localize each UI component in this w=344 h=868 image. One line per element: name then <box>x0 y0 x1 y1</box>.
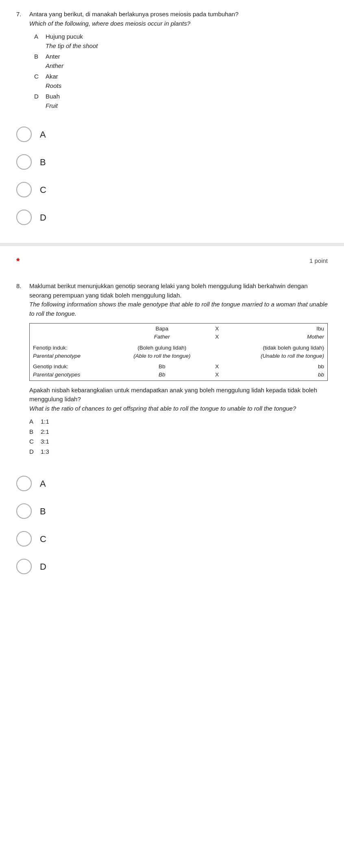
radio-7-c-row[interactable]: C <box>16 179 328 200</box>
radio-7-d[interactable] <box>16 210 32 225</box>
option-8-d: D 1:3 <box>29 447 328 457</box>
radio-8-d-row[interactable]: D <box>16 556 328 577</box>
question-8-header: 8. Maklumat berikut menunjukkan genotip … <box>16 282 328 457</box>
radio-7-b[interactable] <box>16 154 32 170</box>
radio-7-d-row[interactable]: D <box>16 207 328 227</box>
question-8-options: A 1:1 B 2:1 C 3:1 D 1:3 <box>29 417 328 456</box>
radio-8-d-label: D <box>40 560 46 573</box>
question-7-italic-text: Which of the following, where does meios… <box>29 20 190 27</box>
option-8-b: B 2:1 <box>29 427 328 437</box>
radio-7-c[interactable] <box>16 182 32 197</box>
question-7-header: 7. Antara yang berikut, di manakah berla… <box>16 10 328 28</box>
question-8-number: 8. <box>16 282 25 457</box>
radio-7-a-label: A <box>40 128 46 141</box>
radio-7-b-row[interactable]: B <box>16 152 328 172</box>
radio-7-a-row[interactable]: A <box>16 124 328 144</box>
option-8-c: C 3:1 <box>29 437 328 446</box>
option-8-a: A 1:1 <box>29 417 328 426</box>
radio-8-b-row[interactable]: B <box>16 501 328 521</box>
radio-8-d[interactable] <box>16 559 32 574</box>
radio-7-b-label: B <box>40 155 46 169</box>
question-8-section: 8. Maklumat berikut menunjukkan genotip … <box>0 272 344 469</box>
radio-8-b[interactable] <box>16 503 32 519</box>
option-7-c: C Akar Roots <box>34 72 328 90</box>
radio-7-c-label: C <box>40 183 46 197</box>
question-7-section: 7. Antara yang berikut, di manakah berla… <box>0 0 344 120</box>
option-7-d-content: Buah Fruit <box>46 92 60 110</box>
radio-8-a[interactable] <box>16 476 32 491</box>
question-8-text: Maklumat berikut menunjukkan genotip seo… <box>29 282 328 457</box>
option-7-b: B Anter Anther <box>34 52 328 70</box>
points-label: 1 point <box>309 256 328 266</box>
radio-8-c-row[interactable]: C <box>16 529 328 549</box>
radio-7-a[interactable] <box>16 127 32 142</box>
radio-7-d-label: D <box>40 211 46 224</box>
genetics-table-wrapper: Bapa Father X X Ibu Mother <box>29 323 328 381</box>
option-7-d: D Buah Fruit <box>34 92 328 110</box>
question-8-subtext: Apakah nisbah kebarangkalian untuk menda… <box>29 386 328 413</box>
radio-8-c-label: C <box>40 532 46 546</box>
option-7-a-content: Hujung pucuk The tip of the shoot <box>46 32 98 50</box>
question-8-italic-text: The following information shows the male… <box>29 301 328 317</box>
question-7-number: 7. <box>16 10 25 28</box>
question-8-radio-options: A B C D <box>0 469 344 592</box>
radio-8-a-row[interactable]: A <box>16 473 328 494</box>
option-7-b-letter: B <box>34 52 41 70</box>
points-section: * 1 point <box>0 246 344 272</box>
option-7-b-content: Anter Anther <box>46 52 63 70</box>
question-7-radio-options: A B C D <box>0 120 344 243</box>
option-7-c-letter: C <box>34 72 41 90</box>
option-7-a-letter: A <box>34 32 41 50</box>
radio-8-b-label: B <box>40 505 46 518</box>
genetics-table: Bapa Father X X Ibu Mother <box>30 324 327 380</box>
question-7-main-text: Antara yang berikut, di manakah berlakun… <box>29 11 238 17</box>
radio-8-a-label: A <box>40 477 46 490</box>
required-star: * <box>16 254 20 268</box>
radio-8-c[interactable] <box>16 531 32 547</box>
question-7-options: A Hujung pucuk The tip of the shoot B An… <box>34 32 328 110</box>
question-7-text: Antara yang berikut, di manakah berlakun… <box>29 10 238 28</box>
option-7-d-letter: D <box>34 92 41 110</box>
option-7-c-content: Akar Roots <box>46 72 61 90</box>
question-8-main-text: Maklumat berikut menunjukkan genotip seo… <box>29 282 308 299</box>
section-divider <box>0 243 344 246</box>
option-7-a: A Hujung pucuk The tip of the shoot <box>34 32 328 50</box>
